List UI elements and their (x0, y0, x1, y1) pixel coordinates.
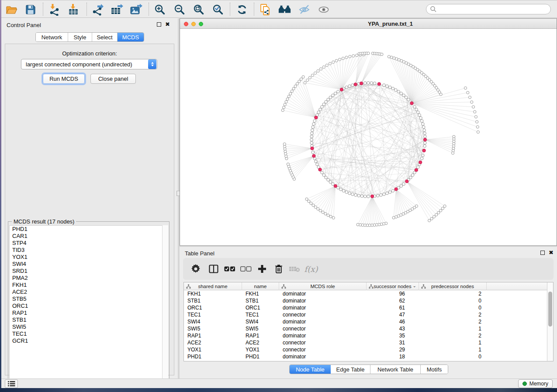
cell-name[interactable]: PHD1 (242, 353, 279, 360)
tab-select[interactable]: Select (92, 33, 118, 41)
network-node[interactable] (435, 213, 438, 216)
network-node[interactable] (319, 68, 322, 70)
float-panel-icon[interactable] (157, 22, 161, 27)
cell-name[interactable]: SWI5 (242, 325, 279, 332)
open-file-icon[interactable] (5, 3, 18, 16)
network-node[interactable] (409, 176, 412, 179)
cell-MCDS-role[interactable]: dominator (279, 332, 367, 339)
network-node[interactable] (316, 163, 319, 166)
mcds-result-item[interactable]: TID3 (10, 247, 163, 254)
network-node[interactable] (310, 135, 313, 138)
zoom-fit-icon[interactable] (192, 3, 205, 16)
cell-shared-name[interactable]: FKH1 (184, 290, 242, 297)
cell-name[interactable]: ORC1 (242, 304, 279, 311)
mcds-result-item[interactable]: PHD1 (10, 226, 163, 233)
network-node[interactable] (335, 59, 338, 62)
network-node[interactable] (327, 214, 329, 217)
network-node[interactable] (386, 192, 389, 195)
memory-button[interactable]: Memory (518, 379, 553, 388)
cell-predecessor-nodes[interactable]: 2 (419, 318, 487, 325)
network-node[interactable] (397, 90, 400, 93)
cell-shared-name[interactable]: PHD1 (184, 353, 242, 360)
network-node[interactable] (476, 120, 478, 123)
close-panel-button[interactable]: Close panel (90, 74, 136, 84)
cell-MCDS-role[interactable]: dominator (279, 353, 367, 360)
cell-predecessor-nodes[interactable]: 2 (419, 290, 487, 297)
table-row-FKH1[interactable]: FKH1FKH1dominator962 (184, 290, 547, 297)
table-row-PHD1[interactable]: PHD1PHD1dominator180 (184, 353, 547, 360)
cell-successor-nodes[interactable]: 29 (367, 346, 419, 353)
mcds-hub-node[interactable] (377, 83, 381, 86)
network-node[interactable] (339, 58, 341, 61)
mcds-result-item[interactable]: STB1 (10, 316, 163, 323)
network-node[interactable] (387, 55, 390, 58)
node-table-body[interactable]: FKH1FKH1dominator962STB1STB1dominator620… (184, 290, 547, 361)
import-table-icon[interactable] (67, 3, 80, 16)
select-all-check-icon[interactable] (223, 263, 236, 275)
network-node[interactable] (348, 85, 351, 88)
cell-successor-nodes[interactable]: 47 (367, 311, 419, 318)
network-node[interactable] (405, 96, 408, 99)
network-node[interactable] (400, 92, 403, 95)
column-header-MCDS-role[interactable]: MCDS role (279, 282, 367, 290)
export-table-icon[interactable] (111, 3, 124, 16)
network-node[interactable] (413, 105, 416, 108)
network-node[interactable] (351, 84, 354, 87)
mcds-hub-node[interactable] (360, 82, 363, 85)
cell-shared-name[interactable]: TEC1 (184, 311, 242, 318)
network-node[interactable] (345, 56, 348, 58)
float-table-panel-icon[interactable] (540, 251, 545, 255)
network-node[interactable] (383, 193, 386, 196)
network-node[interactable] (332, 61, 335, 63)
mcds-hub-node[interactable] (370, 195, 374, 198)
network-node[interactable] (376, 194, 379, 197)
cell-predecessor-nodes[interactable]: 1 (419, 325, 487, 332)
mcds-result-item[interactable]: SWI5 (10, 323, 163, 330)
network-node[interactable] (392, 217, 395, 219)
mcds-result-item[interactable]: FKH1 (10, 282, 163, 289)
network-node[interactable] (345, 191, 348, 194)
mcds-result-item[interactable]: PMA2 (10, 275, 163, 282)
network-node[interactable] (322, 211, 324, 213)
network-node[interactable] (370, 82, 373, 85)
cell-successor-nodes[interactable]: 46 (367, 318, 419, 325)
run-mcds-button[interactable]: Run MCDS (43, 74, 85, 84)
table-scrollbar[interactable] (547, 282, 553, 361)
network-node[interactable] (388, 86, 391, 89)
zoom-selected-icon[interactable] (211, 3, 225, 16)
network-node[interactable] (284, 103, 286, 106)
network-node[interactable] (357, 194, 360, 197)
network-node[interactable] (351, 193, 354, 196)
cell-MCDS-role[interactable]: dominator (279, 304, 367, 311)
tab-mcds[interactable]: MCDS (118, 33, 144, 41)
cell-name[interactable]: ACE2 (242, 339, 279, 346)
network-node[interactable] (430, 217, 433, 220)
network-node[interactable] (334, 92, 337, 95)
minimize-window-icon[interactable] (191, 22, 196, 26)
table-settings-gear-icon[interactable] (189, 263, 202, 275)
mcds-hub-node[interactable] (415, 168, 418, 172)
network-node[interactable] (367, 52, 370, 55)
network-node[interactable] (292, 87, 295, 90)
network-node[interactable] (311, 126, 315, 129)
network-node[interactable] (423, 141, 426, 144)
network-node[interactable] (327, 179, 330, 182)
network-node[interactable] (394, 89, 398, 92)
network-node[interactable] (386, 85, 389, 88)
column-header-name[interactable]: name (242, 282, 279, 290)
cell-MCDS-role[interactable]: dominator (279, 318, 367, 325)
network-node[interactable] (418, 113, 421, 117)
network-node[interactable] (367, 195, 370, 198)
network-node[interactable] (294, 85, 297, 87)
network-node[interactable] (329, 215, 332, 218)
network-node[interactable] (319, 209, 322, 212)
network-node[interactable] (415, 108, 418, 111)
cell-successor-nodes[interactable]: 18 (367, 353, 419, 360)
cell-MCDS-role[interactable]: connector (279, 325, 367, 332)
table-row-ACE2[interactable]: ACE2ACE2connector311 (184, 339, 547, 346)
show-hide-icon[interactable] (298, 3, 311, 16)
network-node[interactable] (428, 219, 431, 222)
table-row-YOX1[interactable]: YOX1YOX1connector291 (184, 346, 547, 353)
mcds-list-scrollbar[interactable] (162, 225, 168, 382)
network-node[interactable] (422, 126, 425, 129)
